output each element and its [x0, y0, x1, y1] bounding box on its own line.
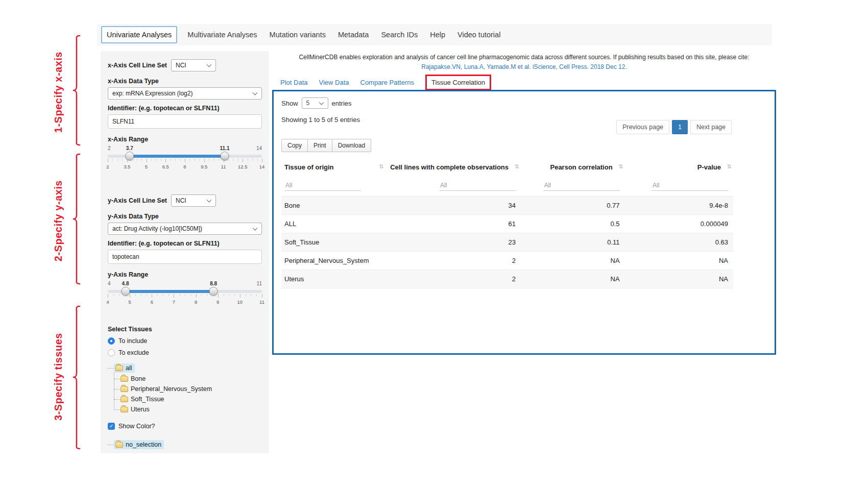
subtab-view-data[interactable]: View Data: [319, 79, 349, 86]
folder-icon: [120, 407, 128, 412]
tree-node-label: Peripheral_Nervous_System: [131, 385, 212, 393]
tree-connector: [114, 379, 120, 379]
table-row-soft-tissue[interactable]: Soft_Tissue230.110.63: [281, 233, 733, 252]
sort-icon[interactable]: ⇅: [618, 163, 623, 170]
column-filter-input-p-value[interactable]: [652, 180, 728, 191]
table-cell: 0.77: [521, 197, 625, 215]
tissue-correlation-panel: Show 5 entries Showing 1 to 5 of 5 entri…: [272, 90, 776, 355]
select-tissues-title: Select Tissues: [108, 326, 262, 333]
tree-node-uterus[interactable]: Uterus: [114, 404, 262, 414]
y-cell-line-set-value: NCI: [176, 197, 186, 204]
x-data-type-select[interactable]: exp: mRNA Expression (log2): [108, 87, 262, 100]
x-axis-range-slider[interactable]: 2143.711.123.556.589.51112.514: [108, 145, 262, 177]
column-header-tissue-of-origin[interactable]: Tissue of origin⇅: [281, 159, 385, 175]
y-range-label: y-Axis Range: [108, 271, 262, 278]
y-axis-range-slider[interactable]: 4114.88.84567891011: [108, 281, 262, 312]
tissue-tree: all BonePeripheral_Nervous_SystemSoft_Ti…: [108, 362, 262, 414]
annotation-step2-label: 2-Specify y-axis: [53, 180, 64, 261]
slider-to-label: 8.8: [210, 281, 217, 286]
y-data-type-value: act: Drug Activity (-log10[IC50M]): [112, 225, 202, 232]
table-cell: 61: [385, 215, 521, 233]
column-filter-input-cell-lines-with-complete-observations[interactable]: [439, 180, 516, 191]
pagination: Previous page 1 Next page: [614, 120, 732, 134]
tree-node-label: no_selection: [126, 441, 161, 448]
subtab-tissue-correlation[interactable]: Tissue Correlation: [425, 75, 491, 90]
subtab-plot-data[interactable]: Plot Data: [280, 79, 307, 86]
column-filter-input-tissue-of-origin[interactable]: [284, 180, 361, 191]
y-cell-line-set-row: y-Axis Cell Line Set NCI: [108, 194, 262, 207]
page-length-select[interactable]: 5: [302, 97, 328, 109]
x-data-type-value: exp: mRNA Expression (log2): [112, 90, 192, 97]
x-range-label: x-Axis Range: [108, 136, 262, 143]
y-cell-line-set-select[interactable]: NCI: [171, 194, 216, 207]
next-page-button[interactable]: Next page: [690, 120, 732, 134]
slider-max-label: 14: [256, 145, 262, 151]
subtab-compare-patterns[interactable]: Compare Patterns: [360, 79, 415, 86]
nav-tab-help[interactable]: Help: [428, 31, 447, 39]
slider-fill: [130, 155, 225, 158]
radio-label: To include: [118, 337, 147, 345]
x-cell-line-set-select[interactable]: NCI: [171, 59, 216, 71]
table-cell: NA: [521, 270, 625, 288]
table-cell: ALL: [281, 215, 385, 233]
nav-tab-mutation-variants[interactable]: Mutation variants: [268, 31, 328, 39]
table-row-all[interactable]: ALL610.50.000049: [281, 215, 733, 233]
entries-label: entries: [332, 100, 352, 107]
tree-connector: [108, 445, 114, 445]
tissue-radio-to-include[interactable]: To include: [108, 337, 262, 345]
radio-label: To exclude: [118, 349, 149, 356]
show-color-row[interactable]: Show Color?: [108, 423, 262, 430]
tissue-table-filter-row: [281, 175, 733, 197]
subtab-bar: Plot DataView DataCompare PatternsTissue…: [280, 75, 491, 90]
column-header-pearson-correlation[interactable]: Pearson correlation⇅: [521, 159, 625, 175]
column-filter-input-pearson-correlation[interactable]: [543, 180, 620, 191]
nav-tab-multivariate-analyses[interactable]: Multivariate Analyses: [185, 31, 259, 39]
sort-icon[interactable]: ⇅: [379, 163, 383, 170]
table-row-peripheral-nervous-system[interactable]: Peripheral_Nervous_System2NANA: [281, 252, 733, 270]
x-cell-line-set-value: NCI: [176, 62, 186, 69]
slider-max-label: 11: [257, 281, 262, 286]
table-row-uterus[interactable]: Uterus2NANA: [281, 270, 733, 288]
column-header-p-value[interactable]: P-value⇅: [625, 159, 733, 175]
column-header-cell-lines-with-complete-observations[interactable]: Cell lines with complete observations⇅: [385, 159, 521, 175]
column-header-label: Tissue of origin: [284, 163, 334, 171]
y-cell-line-set-label: y-Axis Cell Line Set: [108, 197, 167, 204]
y-identifier-input[interactable]: [108, 250, 262, 264]
x-identifier-input[interactable]: [108, 114, 262, 129]
tissue-radio-to-exclude[interactable]: To exclude: [108, 349, 262, 356]
nav-tab-metadata[interactable]: Metadata: [336, 31, 371, 39]
slider-min-label: 4: [108, 281, 111, 286]
nav-tab-search-ids[interactable]: Search IDs: [379, 31, 420, 39]
tree-node-bone[interactable]: Bone: [114, 374, 262, 384]
show-label: Show: [281, 100, 298, 107]
copy-button[interactable]: Copy: [281, 139, 308, 152]
download-button[interactable]: Download: [332, 139, 371, 152]
tree-connector: [108, 368, 114, 369]
print-button[interactable]: Print: [307, 139, 332, 152]
y-data-type-select[interactable]: act: Drug Activity (-log10[IC50M]): [108, 223, 262, 235]
y-axis-section: y-Axis Cell Line Set NCI y-Axis Data Typ…: [108, 194, 262, 312]
page-length-row: Show 5 entries: [281, 97, 767, 109]
slider-to-label: 11.1: [220, 145, 230, 151]
table-row-bone[interactable]: Bone340.779.4e-8: [281, 197, 733, 215]
previous-page-button[interactable]: Previous page: [616, 120, 669, 134]
sort-icon[interactable]: ⇅: [727, 163, 732, 170]
tree-node-no-selection[interactable]: no_selection: [108, 439, 262, 450]
tree-connector: [114, 409, 120, 410]
tree-connector: [114, 389, 120, 389]
table-cell: NA: [625, 252, 733, 270]
current-page-button[interactable]: 1: [672, 120, 688, 134]
nav-tab-video-tutorial[interactable]: Video tutorial: [455, 31, 502, 39]
tree-node-all[interactable]: all: [108, 362, 262, 374]
x-cell-line-set-label: x-Axis Cell Line Set: [108, 62, 167, 69]
tree-node-soft-tissue[interactable]: Soft_Tissue: [114, 394, 262, 404]
nav-tab-univariate-analyses[interactable]: Univariate Analyses: [101, 26, 177, 43]
sort-icon[interactable]: ⇅: [515, 163, 519, 170]
show-color-checkbox[interactable]: [108, 423, 115, 430]
table-cell: NA: [625, 270, 733, 288]
tree-node-peripheral-nervous-system[interactable]: Peripheral_Nervous_System: [114, 384, 262, 394]
column-header-label: P-value: [697, 163, 721, 171]
tissue-table-body: Bone340.779.4e-8ALL610.50.000049Soft_Tis…: [281, 197, 733, 288]
tissue-section: Select Tissues To includeTo exclude all …: [108, 326, 262, 450]
citation-link[interactable]: Rajapakse.VN, Luna.A, Yamade.M et al. iS…: [272, 63, 776, 71]
